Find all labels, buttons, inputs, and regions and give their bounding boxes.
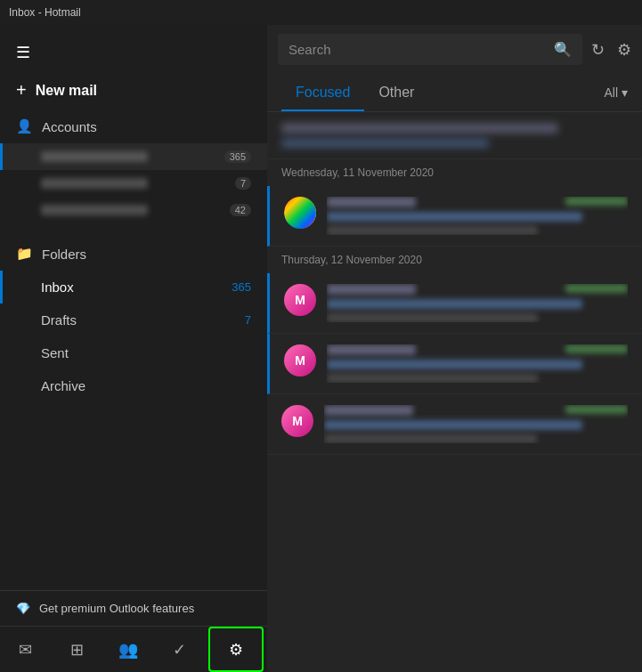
tab-other[interactable]: Other <box>364 74 428 111</box>
mail-icon: ✉ <box>19 640 32 660</box>
folders-section: 📁 Folders <box>0 237 267 271</box>
account-item-3[interactable]: 42 <box>0 197 267 223</box>
email-row1-1 <box>327 197 628 212</box>
email-item-4[interactable]: M <box>267 394 642 455</box>
accounts-list: 365 7 42 <box>0 143 267 228</box>
main-layout: ☰ + New mail 👤 Accounts 365 7 <box>0 25 642 672</box>
accounts-label: Accounts <box>42 119 97 134</box>
all-filter-button[interactable]: All ▾ <box>604 85 628 100</box>
search-wrapper[interactable]: 🔍 <box>278 34 582 65</box>
account-item-1[interactable]: 365 <box>0 143 267 170</box>
plus-icon: + <box>16 80 27 101</box>
account-name-3 <box>41 205 148 215</box>
email-row1-4 <box>324 405 628 420</box>
email-subject-4 <box>324 420 582 430</box>
nav-calendar-button[interactable]: ⊞ <box>52 627 103 672</box>
accounts-icon: 👤 <box>16 118 33 134</box>
filter-icon[interactable]: ⚙ <box>617 40 631 60</box>
accounts-section[interactable]: 👤 Accounts <box>0 109 267 143</box>
folders-icon: 📁 <box>16 246 33 262</box>
email-list: Wednesday, 11 November 2020 <box>267 112 642 672</box>
tabs-bar: Focused Other All ▾ <box>267 74 642 112</box>
email-sender-1 <box>327 197 416 207</box>
email-time-4 <box>565 405 628 414</box>
email-time-1 <box>565 197 628 206</box>
avatar-4: M <box>281 405 313 437</box>
email-row1-2 <box>327 284 628 299</box>
hamburger-icon: ☰ <box>16 43 30 62</box>
premium-icon: 💎 <box>16 602 30 615</box>
account-badge-3: 42 <box>230 204 251 216</box>
new-mail-label: New mail <box>36 83 97 99</box>
tasks-icon: ✓ <box>173 640 186 660</box>
calendar-icon: ⊞ <box>70 640 84 660</box>
date-separator-2: Thursday, 12 November 2020 <box>267 247 642 273</box>
folder-drafts-label: Drafts <box>41 312 77 328</box>
avatar-1 <box>284 197 316 229</box>
folder-drafts[interactable]: Drafts 7 <box>0 304 267 336</box>
email-item-2[interactable]: M <box>267 273 642 334</box>
hamburger-button[interactable]: ☰ <box>0 34 267 71</box>
email-content-1 <box>327 197 628 235</box>
date-text-2: Thursday, 12 November 2020 <box>281 254 422 266</box>
nav-tasks-button[interactable]: ✓ <box>154 627 206 672</box>
email-item-first[interactable] <box>267 112 642 159</box>
account-badge-2: 7 <box>235 177 251 190</box>
account-badge-1: 365 <box>224 150 251 163</box>
nav-settings-button[interactable]: ⚙ <box>208 627 264 672</box>
folder-drafts-count: 7 <box>245 313 251 327</box>
tab-other-label: Other <box>378 85 414 100</box>
date-separator-1: Wednesday, 11 November 2020 <box>267 159 642 186</box>
email-preview-3 <box>327 374 538 383</box>
email-subject-3 <box>327 360 582 369</box>
blurred-preview-1 <box>281 139 489 148</box>
account-name-2 <box>41 178 148 189</box>
email-subject-1 <box>327 212 582 222</box>
content-area: 🔍 ↻ ⚙ Focused Other All ▾ <box>267 25 642 672</box>
folders-label: Folders <box>42 247 86 262</box>
tab-focused[interactable]: Focused <box>281 74 364 111</box>
email-item-3[interactable]: M <box>267 334 642 394</box>
email-preview-2 <box>327 313 538 322</box>
folder-archive[interactable]: Archive <box>0 369 267 402</box>
email-time-2 <box>565 284 628 293</box>
folder-archive-label: Archive <box>41 378 85 393</box>
email-time-3 <box>565 344 628 353</box>
email-sender-3 <box>327 344 416 355</box>
people-icon: 👥 <box>118 640 138 660</box>
bottom-nav: ✉ ⊞ 👥 ✓ ⚙ <box>0 626 267 672</box>
sidebar-top: ☰ + New mail 👤 Accounts 365 7 <box>0 25 267 237</box>
folder-sent-label: Sent <box>41 345 69 360</box>
blurred-subject-1 <box>281 123 558 134</box>
premium-section[interactable]: 💎 Get premium Outlook features <box>0 590 267 626</box>
sync-icon[interactable]: ↻ <box>591 40 605 60</box>
svg-point-0 <box>284 197 316 229</box>
date-text-1: Wednesday, 11 November 2020 <box>281 166 434 179</box>
chevron-down-icon: ▾ <box>622 85 628 100</box>
settings-icon: ⚙ <box>229 640 243 660</box>
tab-focused-label: Focused <box>296 85 350 100</box>
email-sender-2 <box>327 284 416 295</box>
account-item-2[interactable]: 7 <box>0 170 267 197</box>
email-preview-1 <box>327 226 538 235</box>
search-input[interactable] <box>288 42 547 57</box>
email-subject-2 <box>327 299 582 309</box>
email-preview-4 <box>324 434 537 443</box>
email-sender-4 <box>324 405 413 416</box>
folder-list: Inbox 365 Drafts 7 Sent Archive <box>0 271 267 590</box>
nav-mail-button[interactable]: ✉ <box>0 627 52 672</box>
new-mail-button[interactable]: + New mail <box>0 71 267 109</box>
toolbar-icons: ↻ ⚙ <box>591 40 631 60</box>
avatar-2: M <box>284 284 316 316</box>
search-bar: 🔍 ↻ ⚙ <box>267 25 642 74</box>
folder-inbox[interactable]: Inbox 365 <box>0 271 267 304</box>
email-item-1[interactable] <box>267 186 642 247</box>
email-content-4 <box>324 405 628 443</box>
folder-inbox-count: 365 <box>232 280 251 294</box>
folder-sent[interactable]: Sent <box>0 336 267 369</box>
folder-inbox-label: Inbox <box>41 279 74 295</box>
nav-people-button[interactable]: 👥 <box>102 627 154 672</box>
premium-label: Get premium Outlook features <box>39 602 194 615</box>
email-content-3 <box>327 344 628 383</box>
search-icon[interactable]: 🔍 <box>554 41 572 58</box>
